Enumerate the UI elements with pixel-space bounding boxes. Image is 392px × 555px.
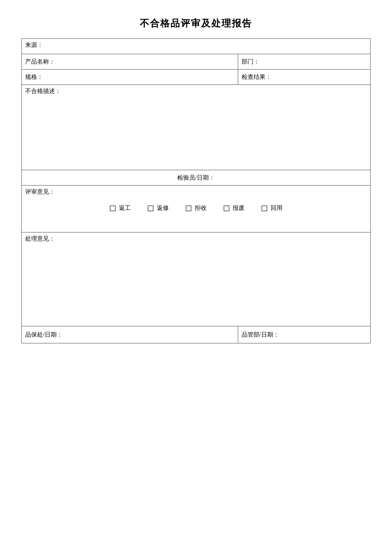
department-label: 部门： [242,58,259,65]
review-option-scrap-label: 报废 [233,204,245,212]
row-source: 来源： [22,39,371,54]
sign-left-cell: 品保处/日期： [22,326,238,343]
row-review: 评审意见： 返工 返修 拒收 报废 [22,186,371,232]
row-inspector: 检验员/日期： [22,170,371,186]
check-result-label: 检查结果： [242,74,271,80]
form-table: 来源： 产品名称： 部门： 规格： 检查结果： 不合格描述： 检验员/日期： [21,38,371,343]
row-spec: 规格： 检查结果： [22,70,371,85]
inspector-cell: 检验员/日期： [22,170,371,186]
source-label: 来源： [25,42,43,48]
row-handle: 处理意见： [22,232,371,326]
spec-cell: 规格： [22,70,238,85]
page-title: 不合格品评审及处理报告 [21,17,371,30]
check-result-cell: 检查结果： [238,70,370,85]
product-cell: 产品名称： [22,54,238,70]
review-option-reject-label: 拒收 [195,204,207,212]
review-label: 评审意见： [25,188,367,196]
review-option-rework: 返工 [110,204,131,212]
review-option-reuse-label: 回用 [271,204,282,212]
handle-cell: 处理意见： [22,232,371,326]
review-options: 返工 返修 拒收 报废 回用 [25,204,367,212]
spec-label: 规格： [25,74,43,80]
review-option-repair-label: 返修 [157,204,169,212]
handle-label: 处理意见： [25,235,55,242]
product-label: 产品名称： [25,58,55,65]
review-option-reuse: 回用 [262,204,282,212]
review-option-reject: 拒收 [186,204,207,212]
row-product: 产品名称： 部门： [22,54,371,70]
source-cell: 来源： [22,39,371,54]
inspector-label: 检验员/日期： [177,174,215,181]
checkbox-scrap [224,206,229,211]
nonconform-cell: 不合格描述： [22,85,371,170]
nonconform-label: 不合格描述： [25,88,61,94]
row-sign: 品保处/日期： 品管部/日期： [22,326,371,343]
review-option-rework-label: 返工 [119,204,131,212]
checkbox-reject [186,206,191,211]
checkbox-repair [148,206,153,211]
review-option-scrap: 报废 [224,204,245,212]
review-cell: 评审意见： 返工 返修 拒收 报废 [22,186,371,232]
checkbox-reuse [262,206,267,211]
sign-right-cell: 品管部/日期： [238,326,370,343]
department-cell: 部门： [238,54,370,70]
sign-left-label: 品保处/日期： [25,331,63,338]
sign-right-label: 品管部/日期： [242,331,279,338]
row-nonconform: 不合格描述： [22,85,371,170]
checkbox-rework [110,206,115,211]
review-option-repair: 返修 [148,204,169,212]
